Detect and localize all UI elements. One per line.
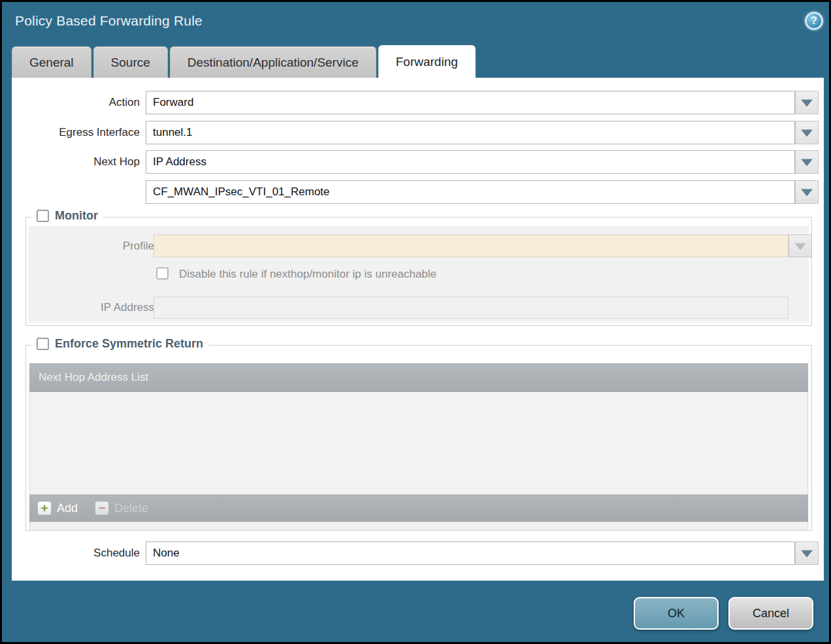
pbf-rule-dialog: Policy Based Forwarding Rule ? General S… [0, 0, 831, 644]
add-button[interactable]: + Add [37, 501, 78, 515]
tab-general[interactable]: General [12, 46, 91, 78]
symmetric-return-group: Enforce Symmetric Return Next Hop Addres… [25, 345, 812, 531]
dialog-title: Policy Based Forwarding Rule [15, 13, 203, 29]
disable-rule-label: Disable this rule if nexthop/monitor ip … [179, 267, 436, 281]
monitor-ip-address-label: IP Address [26, 297, 154, 319]
action-input[interactable] [146, 91, 795, 114]
action-label: Action [12, 91, 140, 114]
egress-interface-dropdown-button[interactable] [795, 121, 819, 144]
plus-icon: + [37, 501, 52, 515]
tab-source[interactable]: Source [93, 46, 168, 78]
schedule-input[interactable] [146, 541, 795, 565]
next-hop-label: Next Hop [12, 150, 140, 174]
help-icon[interactable]: ? [805, 12, 823, 30]
schedule-label: Schedule [12, 541, 140, 565]
minus-icon: − [95, 501, 109, 515]
next-hop-address-list-body [29, 392, 808, 494]
action-dropdown-button[interactable] [795, 91, 819, 114]
delete-button[interactable]: − Delete [95, 501, 148, 515]
next-hop-address-list-column-header: Next Hop Address List [29, 363, 808, 392]
profile-input[interactable] [154, 234, 789, 257]
cancel-button[interactable]: Cancel [728, 597, 813, 630]
symmetric-return-checkbox[interactable] [37, 338, 49, 350]
egress-interface-input[interactable] [146, 121, 795, 144]
next-hop-address-input[interactable] [146, 180, 795, 204]
next-hop-address-dropdown-button[interactable] [795, 180, 819, 204]
next-hop-type-dropdown-button[interactable] [795, 150, 819, 174]
monitor-ip-address-input [154, 297, 789, 319]
table-bottom-strip [29, 522, 808, 530]
table-toolbar: + Add − Delete [29, 494, 808, 522]
symmetric-return-group-label: Enforce Symmetric Return [55, 337, 203, 351]
monitor-group-label: Monitor [55, 209, 98, 223]
next-hop-type-input[interactable] [146, 150, 795, 174]
profile-label: Profile [26, 234, 154, 257]
forwarding-tab-panel: Action Egress Interface Next Hop Monitor… [12, 78, 824, 581]
monitor-panel: Profile Disable this rule if nexthop/mon… [29, 226, 809, 323]
tab-bar: General Source Destination/Application/S… [12, 46, 476, 78]
next-hop-address-table: Next Hop Address List + Add − Delete [29, 363, 808, 530]
egress-interface-label: Egress Interface [12, 121, 140, 144]
schedule-dropdown-button[interactable] [795, 541, 819, 565]
profile-dropdown-button [789, 234, 812, 257]
tab-forwarding[interactable]: Forwarding [378, 45, 476, 78]
tab-destination-application-service[interactable]: Destination/Application/Service [170, 46, 376, 78]
disable-rule-checkbox[interactable] [156, 267, 169, 280]
monitor-group: Monitor Profile Disable this rule if nex… [25, 217, 812, 326]
ok-button[interactable]: OK [634, 597, 719, 630]
monitor-checkbox[interactable] [37, 210, 49, 222]
